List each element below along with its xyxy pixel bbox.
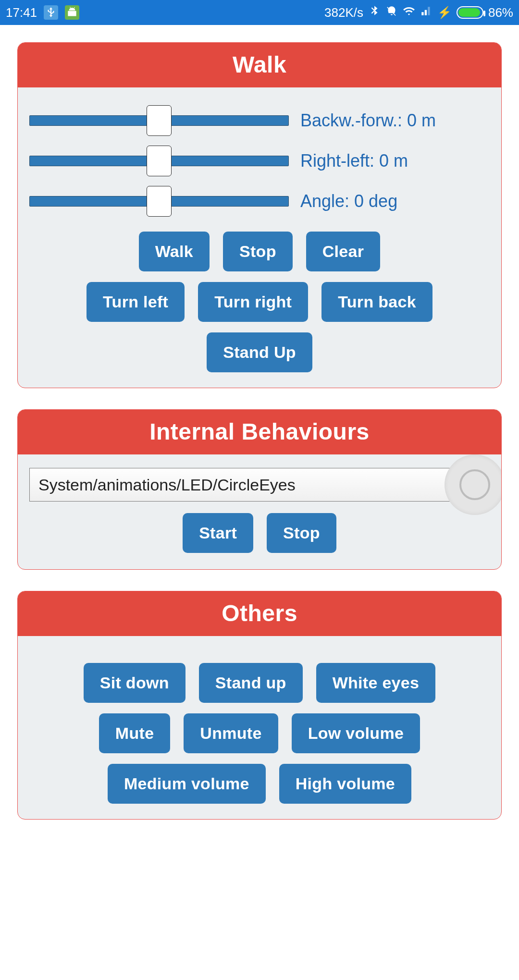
battery-percent: 86% [488, 5, 513, 20]
right-left-label: Right-left: 0 m [300, 151, 490, 171]
turn-right-button[interactable]: Turn right [198, 282, 308, 322]
usb-icon [44, 5, 58, 20]
turn-left-button[interactable]: Turn left [86, 282, 185, 322]
right-left-slider[interactable] [29, 156, 289, 166]
low-volume-button[interactable]: Low volume [292, 713, 420, 753]
status-right: 382K/s ⚡ 86% [324, 5, 513, 21]
walk-button[interactable]: Walk [139, 232, 210, 271]
angle-label: Angle: 0 deg [300, 191, 490, 211]
backw-forw-slider[interactable] [29, 115, 289, 126]
network-speed: 382K/s [324, 5, 363, 20]
battery-icon [457, 6, 483, 19]
mute-icon [385, 5, 398, 21]
backw-forw-label: Backw.-forw.: 0 m [300, 110, 490, 131]
behaviour-stop-button[interactable]: Stop [267, 513, 336, 553]
unmute-button[interactable]: Unmute [184, 713, 278, 753]
turn-back-button[interactable]: Turn back [321, 282, 432, 322]
sit-down-button[interactable]: Sit down [84, 663, 185, 703]
walk-panel: Walk Backw.-forw.: 0 m Right-left: 0 m A… [17, 42, 502, 388]
stand-up-others-button[interactable]: Stand up [199, 663, 303, 703]
behaviour-select[interactable]: System/animations/LED/CircleEyes [29, 468, 490, 502]
behaviours-panel-title: Internal Behaviours [18, 410, 501, 454]
angle-slider[interactable] [29, 196, 289, 207]
signal-icon [420, 5, 432, 21]
status-left: 17:41 [6, 5, 79, 20]
behaviours-panel: Internal Behaviours System/animations/LE… [17, 409, 502, 570]
android-icon [65, 5, 79, 20]
assistive-touch-icon[interactable] [445, 454, 502, 515]
bluetooth-icon [368, 5, 381, 21]
status-time: 17:41 [6, 5, 37, 20]
stand-up-button[interactable]: Stand Up [207, 332, 312, 372]
white-eyes-button[interactable]: White eyes [316, 663, 436, 703]
clear-button[interactable]: Clear [306, 232, 381, 271]
others-panel-title: Others [18, 591, 501, 636]
walk-panel-title: Walk [18, 43, 501, 87]
charging-icon: ⚡ [437, 6, 452, 19]
medium-volume-button[interactable]: Medium volume [108, 764, 266, 804]
high-volume-button[interactable]: High volume [279, 764, 411, 804]
stop-button[interactable]: Stop [223, 232, 293, 271]
behaviour-select-wrap: System/animations/LED/CircleEyes [29, 468, 490, 502]
mute-button[interactable]: Mute [99, 713, 171, 753]
behaviour-start-button[interactable]: Start [183, 513, 253, 553]
wifi-icon [403, 5, 415, 21]
others-panel: Others Sit down Stand up White eyes Mute… [17, 591, 502, 820]
status-bar: 17:41 382K/s ⚡ 86% [0, 0, 519, 25]
